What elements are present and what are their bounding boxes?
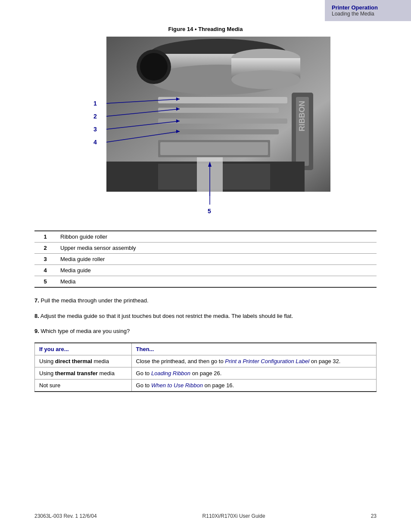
svg-text:RIBBON: RIBBON	[298, 101, 306, 131]
step-9-number: 9.	[34, 328, 39, 334]
svg-text:4: 4	[93, 139, 97, 146]
svg-text:2: 2	[93, 113, 97, 120]
parts-table-row: 5Media	[34, 276, 377, 288]
chapter-title: Printer Operation	[332, 4, 404, 11]
part-number: 2	[34, 243, 56, 254]
decision-link[interactable]: When to Use Ribbon	[151, 382, 203, 389]
decision-table-row: Using thermal transfer mediaGo to Loadin…	[35, 367, 377, 379]
parts-table-row: 4Media guide	[34, 265, 377, 276]
part-number: 1	[34, 231, 56, 243]
main-content: Figure 14 • Threading Media	[0, 0, 411, 418]
footer-right: 23	[371, 513, 377, 519]
part-number: 5	[34, 276, 56, 288]
step-8-text: Adjust the media guide so that it just t…	[40, 313, 293, 319]
header-tab: Printer Operation Loading the Media	[325, 0, 411, 21]
step-8-number: 8.	[34, 313, 39, 319]
figure-title: Figure 14 • Threading Media	[34, 26, 377, 32]
parts-table: 1Ribbon guide roller2Upper media sensor …	[34, 230, 377, 288]
part-description: Upper media sensor assembly	[56, 243, 377, 254]
part-description: Ribbon guide roller	[56, 231, 377, 243]
footer-center: R110Xi/R170Xi User Guide	[202, 513, 265, 519]
decision-action: Close the printhead, and then go to Prin…	[131, 355, 376, 367]
decision-action: Go to Loading Ribbon on page 26.	[131, 367, 376, 379]
decision-condition: Not sure	[35, 379, 132, 392]
parts-table-row: 3Media guide roller	[34, 254, 377, 265]
step-7: 7. Pull the media through under the prin…	[34, 296, 377, 305]
decision-table-row: Not sureGo to When to Use Ribbon on page…	[35, 379, 377, 392]
decision-condition: Using direct thermal media	[35, 355, 132, 367]
step-7-number: 7.	[34, 297, 39, 304]
step-8: 8. Adjust the media guide so that it jus…	[34, 312, 377, 320]
decision-link[interactable]: Loading Ribbon	[151, 370, 190, 376]
decision-link[interactable]: Print a Printer Configuration Label	[225, 358, 309, 364]
footer-left: 23063L-003 Rev. 1 12/6/04	[34, 513, 97, 519]
svg-rect-14	[160, 142, 268, 155]
svg-point-6	[231, 70, 300, 89]
decision-col2-header: Then...	[131, 343, 376, 355]
part-number: 4	[34, 265, 56, 276]
decision-action: Go to When to Use Ribbon on page 16.	[131, 379, 376, 392]
parts-table-row: 2Upper media sensor assembly	[34, 243, 377, 254]
decision-table: If you are... Then... Using direct therm…	[34, 342, 377, 392]
footer: 23063L-003 Rev. 1 12/6/04 R110Xi/R170Xi …	[0, 513, 411, 519]
step-9-text: Which type of media are you using?	[40, 328, 130, 334]
decision-table-row: Using direct thermal mediaClose the prin…	[35, 355, 377, 367]
svg-point-8	[140, 53, 168, 81]
svg-text:5: 5	[208, 208, 211, 215]
decision-col1-header: If you are...	[35, 343, 132, 355]
section-title: Loading the Media	[332, 11, 404, 17]
step-7-text: Pull the media through under the printhe…	[40, 297, 148, 304]
part-description: Media	[56, 276, 377, 288]
part-description: Media guide	[56, 265, 377, 276]
figure-svg: RIBBON 1 2 3 4 5	[81, 37, 330, 218]
svg-text:1: 1	[93, 100, 97, 107]
parts-table-row: 1Ribbon guide roller	[34, 231, 377, 243]
svg-text:3: 3	[93, 126, 97, 133]
decision-condition: Using thermal transfer media	[35, 367, 132, 379]
figure-wrapper: RIBBON 1 2 3 4 5	[34, 37, 377, 218]
step-9: 9. Which type of media are you using?	[34, 327, 377, 336]
part-number: 3	[34, 254, 56, 265]
part-description: Media guide roller	[56, 254, 377, 265]
